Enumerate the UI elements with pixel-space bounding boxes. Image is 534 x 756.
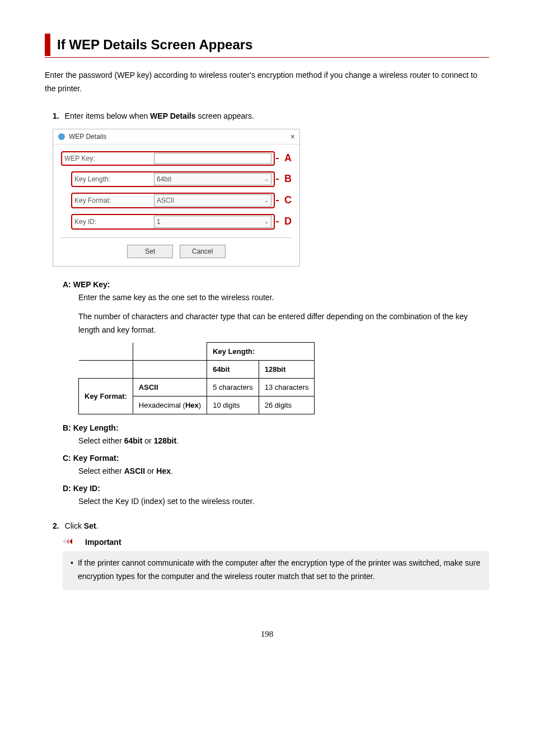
def-b-body: Select either 64bit or 128bit. (78, 435, 489, 448)
key-id-row: Key ID: 1 ⌄ D (61, 214, 292, 230)
key-format-label: Key Format: (74, 197, 154, 204)
step2-number: 2. (53, 521, 59, 530)
hex-pre: Hexadecimal ( (139, 401, 185, 409)
callout-connector-c (276, 200, 279, 201)
svg-marker-2 (66, 539, 69, 544)
page-title-block: If WEP Details Screen Appears (45, 34, 489, 58)
page-title: If WEP Details Screen Appears (45, 34, 489, 56)
key-id-value: 1 (157, 218, 161, 226)
page-number: 198 (45, 629, 489, 639)
key-length-select[interactable]: 64bit ⌄ (154, 173, 271, 185)
def-d-body: Select the Key ID (index) set to the wir… (78, 495, 489, 508)
chevron-down-icon: ⌄ (264, 176, 269, 182)
chevron-down-icon: ⌄ (264, 218, 269, 225)
wep-key-label: WEP Key: (64, 155, 154, 162)
important-box: • If the printer cannot communicate with… (63, 551, 489, 590)
key-length-row: Key Length: 64bit ⌄ B (61, 171, 292, 187)
th-keylength: Key Length: (207, 343, 315, 361)
callout-letter-c: C (284, 194, 292, 206)
svg-marker-1 (63, 539, 65, 544)
callout-connector-b (276, 179, 279, 180)
td-hex-128: 26 digits (259, 396, 315, 414)
chevron-down-icon: ⌄ (264, 197, 269, 203)
def-b-label: B: Key Length: (63, 423, 489, 432)
step2-pre: Click (65, 521, 84, 530)
step1-number: 1. (53, 111, 59, 120)
dialog-button-row: Set Cancel (61, 245, 292, 258)
wep-key-row: WEP Key: A (61, 151, 292, 166)
key-format-value: ASCII (157, 197, 174, 204)
th-128bit: 128bit (259, 361, 315, 379)
important-bullet-text: If the printer cannot communicate with t… (78, 557, 481, 584)
def-a-label: A: WEP Key: (63, 280, 489, 289)
dialog-titlebar: WEP Details × (53, 129, 299, 144)
step2-post: . (96, 521, 99, 530)
td-hex-label: Hexadecimal (Hex) (133, 396, 207, 414)
callout-letter-b: B (284, 173, 292, 185)
important-icon (63, 538, 82, 547)
th-64bit: 64bit (207, 361, 259, 379)
key-length-table: Key Length: 64bit 128bit Key Format: ASC… (78, 342, 315, 414)
important-heading: Important (63, 538, 489, 547)
def-c-body: Select either ASCII or Hex. (78, 465, 489, 478)
wep-key-input[interactable] (154, 153, 271, 164)
key-format-select[interactable]: ASCII ⌄ (154, 194, 271, 207)
app-icon (58, 133, 65, 141)
key-length-value: 64bit (157, 175, 171, 183)
key-length-label: Key Length: (74, 175, 154, 183)
td-ascii: ASCII (133, 379, 207, 396)
td-ascii-128: 13 characters (259, 379, 315, 396)
step1-suf: screen appears. (196, 111, 254, 120)
def-c-label: C: Key Format: (63, 454, 489, 463)
hex-post: ) (199, 401, 201, 409)
step1-bold: WEP Details (150, 111, 195, 120)
dialog-title-text: WEP Details (69, 133, 106, 141)
svg-marker-3 (69, 539, 72, 544)
set-button[interactable]: Set (127, 245, 173, 258)
key-format-row: Key Format: ASCII ⌄ C (61, 193, 292, 208)
step-1: 1. Enter items below when WEP Details sc… (53, 110, 489, 508)
dialog-divider (61, 237, 292, 238)
step2-bold: Set (84, 521, 96, 530)
def-a-body2: The number of characters and character t… (78, 310, 489, 337)
intro-text: Enter the password (WEP key) according t… (45, 69, 489, 96)
callout-connector-d (276, 221, 279, 222)
wep-details-dialog: WEP Details × WEP Key: A Key Length: (53, 129, 300, 267)
callout-letter-d: D (284, 216, 292, 227)
svg-point-0 (58, 133, 65, 140)
callout-letter-a: A (284, 152, 292, 164)
td-hex-64: 10 digits (207, 396, 259, 414)
close-icon[interactable]: × (291, 132, 295, 141)
def-d-label: D: Key ID: (63, 484, 489, 493)
important-title: Important (85, 538, 121, 547)
step1-pre: Enter items below when (65, 111, 151, 120)
th-keyformat: Key Format: (79, 379, 133, 414)
key-id-select[interactable]: 1 ⌄ (154, 216, 271, 228)
hex-bold: Hex (185, 401, 199, 409)
td-ascii-64: 5 characters (207, 379, 259, 396)
step-2: 2. Click Set. Important • If the printer… (53, 520, 489, 590)
key-id-label: Key ID: (74, 218, 154, 226)
bullet-dot-icon: • (71, 557, 73, 584)
def-a-body1: Enter the same key as the one set to the… (78, 291, 489, 305)
callout-connector-a (276, 158, 279, 159)
cancel-button[interactable]: Cancel (180, 245, 226, 258)
